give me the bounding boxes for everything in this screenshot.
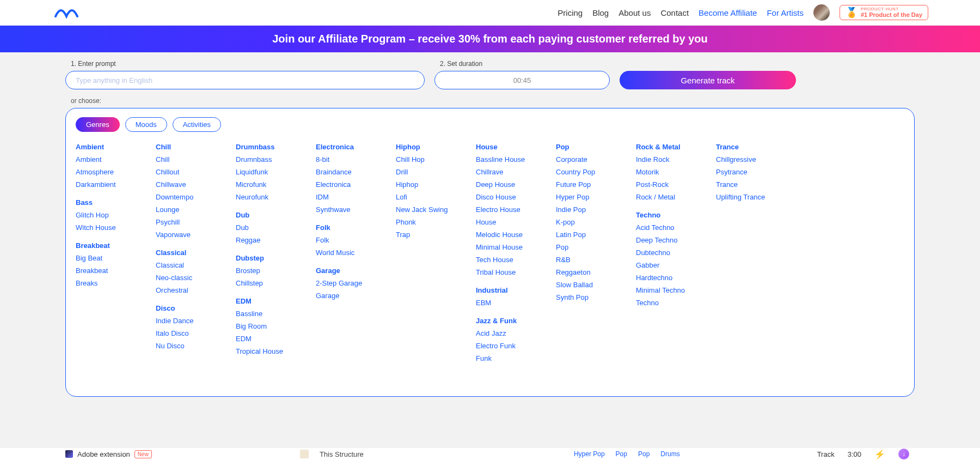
genre-item[interactable]: Hardtechno	[636, 274, 716, 282]
genre-item[interactable]: Chillgressive	[716, 155, 796, 164]
genre-item[interactable]: Chill	[156, 155, 236, 164]
footer-tag[interactable]: Hyper Pop	[574, 450, 605, 458]
genre-item[interactable]: Rock / Metal	[636, 193, 716, 201]
genre-item[interactable]: Witch House	[76, 223, 156, 232]
track-thumbnail[interactable]	[300, 450, 309, 458]
adobe-ext-label[interactable]: Adobe extension	[77, 450, 130, 458]
genre-item[interactable]: Gabber	[636, 261, 716, 269]
nav-affiliate[interactable]: Become Affiliate	[699, 8, 757, 17]
chip-moods[interactable]: Moods	[125, 117, 167, 132]
duration-input[interactable]	[434, 71, 610, 89]
genre-item[interactable]: Classical	[156, 261, 236, 269]
genre-item[interactable]: Future Pop	[556, 180, 636, 189]
genre-item[interactable]: Minimal Techno	[636, 286, 716, 294]
genre-item[interactable]: Slow Ballad	[556, 281, 636, 289]
genre-item[interactable]: Breaks	[76, 279, 156, 287]
footer-tag[interactable]: Drums	[660, 450, 679, 458]
genre-item[interactable]: Tribal House	[476, 268, 556, 276]
genre-item[interactable]: Microfunk	[236, 180, 316, 189]
genre-item[interactable]: Braindance	[316, 168, 396, 176]
genre-item[interactable]: Darkambient	[76, 180, 156, 189]
genre-item[interactable]: Uplifting Trance	[716, 193, 796, 201]
genre-item[interactable]: Disco House	[476, 193, 556, 201]
genre-item[interactable]: Garage	[316, 292, 396, 300]
genre-item[interactable]: Folk	[316, 236, 396, 244]
nav-contact[interactable]: Contact	[660, 8, 689, 17]
genre-item[interactable]: Indie Pop	[556, 205, 636, 214]
affiliate-banner[interactable]: Join our Affiliate Program – receive 30%…	[0, 26, 980, 52]
genre-item[interactable]: Neurofunk	[236, 193, 316, 201]
genre-item[interactable]: 8-bit	[316, 155, 396, 164]
prompt-input[interactable]	[65, 71, 425, 89]
genre-item[interactable]: Vaporwave	[156, 231, 236, 239]
genre-item[interactable]: Trance	[716, 180, 796, 189]
chip-activities[interactable]: Activities	[173, 117, 221, 132]
genre-item[interactable]: Lounge	[156, 205, 236, 214]
genre-item[interactable]: Breakbeat	[76, 267, 156, 275]
genre-item[interactable]: Ambient	[76, 155, 156, 164]
genre-item[interactable]: Minimal House	[476, 243, 556, 251]
footer-tag[interactable]: Pop	[638, 450, 650, 458]
genre-item[interactable]: K-pop	[556, 218, 636, 226]
genre-item[interactable]: Drill	[396, 168, 476, 176]
genre-item[interactable]: Reggae	[236, 236, 316, 244]
genre-item[interactable]: Chillwave	[156, 180, 236, 189]
genre-item[interactable]: Corporate	[556, 155, 636, 164]
nav-artists[interactable]: For Artists	[767, 8, 804, 17]
product-hunt-badge[interactable]: 🏅 PRODUCT HUNT #1 Product of the Day	[840, 5, 928, 21]
logo[interactable]	[54, 7, 93, 19]
genre-item[interactable]: Deep Techno	[636, 236, 716, 244]
genre-item[interactable]: Glitch Hop	[76, 211, 156, 219]
genre-item[interactable]: Indie Dance	[156, 317, 236, 325]
genre-item[interactable]: R&B	[556, 256, 636, 264]
genre-item[interactable]: Chillstep	[236, 279, 316, 287]
genre-item[interactable]: IDM	[316, 193, 396, 201]
genre-item[interactable]: Motorik	[636, 168, 716, 176]
genre-item[interactable]: Trap	[396, 231, 476, 239]
genre-item[interactable]: Neo-classic	[156, 274, 236, 282]
avatar[interactable]	[813, 4, 830, 21]
footer-tag[interactable]: Pop	[616, 450, 627, 458]
genre-item[interactable]: Lofi	[396, 193, 476, 201]
genre-item[interactable]: Liquidfunk	[236, 168, 316, 176]
genre-item[interactable]: Electronica	[316, 180, 396, 189]
genre-item[interactable]: 2-Step Garage	[316, 279, 396, 287]
genre-item[interactable]: Italo Disco	[156, 329, 236, 337]
genre-item[interactable]: New Jack Swing	[396, 205, 476, 214]
genre-item[interactable]: Nu Disco	[156, 342, 236, 350]
genre-item[interactable]: Tropical House	[236, 347, 316, 355]
genre-item[interactable]: Funk	[476, 354, 556, 362]
nav-about[interactable]: About us	[618, 8, 651, 17]
genre-item[interactable]: Bassline	[236, 310, 316, 318]
genre-item[interactable]: Dub	[236, 223, 316, 232]
genre-item[interactable]: House	[476, 218, 556, 226]
bolt-icon[interactable]: ⚡	[874, 449, 885, 459]
genre-item[interactable]: Big Beat	[76, 254, 156, 262]
download-icon[interactable]: ↓	[898, 449, 909, 459]
genre-item[interactable]: Chillout	[156, 168, 236, 176]
nav-pricing[interactable]: Pricing	[558, 8, 583, 17]
nav-blog[interactable]: Blog	[592, 8, 609, 17]
genre-item[interactable]: Synthwave	[316, 205, 396, 214]
genre-item[interactable]: Hyper Pop	[556, 193, 636, 201]
genre-item[interactable]: Chill Hop	[396, 155, 476, 164]
genre-item[interactable]: Acid Jazz	[476, 329, 556, 337]
genre-item[interactable]: Orchestral	[156, 286, 236, 294]
genre-item[interactable]: Brostep	[236, 267, 316, 275]
chip-genres[interactable]: Genres	[76, 117, 120, 132]
genre-item[interactable]: Acid Techno	[636, 223, 716, 232]
genre-item[interactable]: Hiphop	[396, 180, 476, 189]
genre-item[interactable]: Country Pop	[556, 168, 636, 176]
genre-item[interactable]: Deep House	[476, 180, 556, 189]
genre-item[interactable]: Big Room	[236, 322, 316, 330]
genre-item[interactable]: EDM	[236, 335, 316, 343]
generate-button[interactable]: Generate track	[620, 71, 796, 89]
genre-item[interactable]: Electro Funk	[476, 342, 556, 350]
genre-item[interactable]: Techno	[636, 299, 716, 307]
genre-item[interactable]: Latin Pop	[556, 231, 636, 239]
genre-item[interactable]: EBM	[476, 299, 556, 307]
genre-item[interactable]: Electro House	[476, 205, 556, 214]
genre-item[interactable]: Chillrave	[476, 168, 556, 176]
genre-item[interactable]: Atmosphere	[76, 168, 156, 176]
genre-item[interactable]: Psychill	[156, 218, 236, 226]
